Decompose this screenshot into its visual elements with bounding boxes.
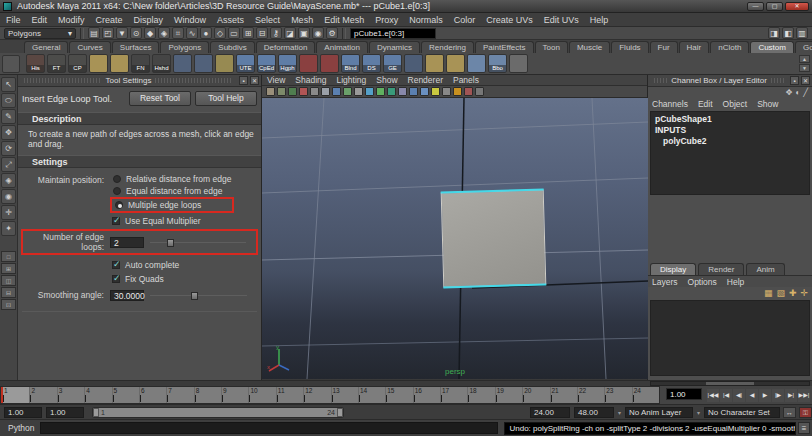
frame-tick[interactable]: 15 (385, 387, 412, 403)
last-tool-icon[interactable]: ✦ (1, 221, 16, 236)
channel-list[interactable]: pCubeShape1INPUTSpolyCube2 (650, 111, 810, 195)
panel-close-icon[interactable]: ✕ (801, 76, 810, 85)
cped-shelf-icon[interactable]: CpEd (257, 54, 276, 73)
maintain-position-radio[interactable]: Multiple edge loops (110, 197, 234, 213)
frame-tick[interactable]: 12 (303, 387, 330, 403)
red-brush-shelf-icon[interactable] (299, 54, 318, 73)
viewport-menu-item[interactable]: View (267, 75, 285, 85)
panel-minimize-icon[interactable]: ▪ (239, 76, 248, 85)
save-scene-icon[interactable]: ▼ (116, 27, 128, 39)
animation-end-field[interactable]: 48.00 (574, 407, 614, 418)
bbo-shelf-icon[interactable]: Bbo (488, 54, 507, 73)
fix-quads-checkbox[interactable] (112, 275, 120, 283)
frame-tick[interactable]: 6 (139, 387, 166, 403)
chevron-down-icon[interactable]: ▾ (618, 409, 621, 416)
close-button[interactable]: ✕ (785, 2, 809, 11)
ft-shelf-icon[interactable]: FT (47, 54, 66, 73)
channel-box-menu-item[interactable]: Channels (652, 99, 688, 109)
viewport-menu-item[interactable]: Lighting (336, 75, 366, 85)
description-section-header[interactable]: Description (18, 112, 261, 125)
soft-modification-tool-icon[interactable]: ◉ (1, 189, 16, 204)
frame-tick[interactable]: 17 (440, 387, 467, 403)
status-line-divider[interactable] (342, 28, 346, 39)
command-language-toggle[interactable]: Python (8, 423, 34, 433)
lasso-select-tool-icon[interactable]: ⬭ (1, 93, 16, 108)
shelf-tab[interactable]: Polygons (160, 41, 209, 53)
grid-toggle-icon[interactable] (321, 87, 330, 96)
menu-item[interactable]: Modify (58, 15, 85, 25)
menu-item[interactable]: Edit Mesh (324, 15, 364, 25)
frame-tick[interactable]: 24 (632, 387, 659, 403)
character-set-selector[interactable]: No Character Set (704, 407, 780, 418)
channel-box-menu-item[interactable]: Object (723, 99, 748, 109)
layer-editor-tab[interactable]: Render (698, 263, 744, 275)
highlight-selection-icon[interactable]: ◪ (284, 27, 296, 39)
red-brush2-shelf-icon[interactable] (320, 54, 339, 73)
ipr-render-icon[interactable]: ◉ (312, 27, 324, 39)
radio-button-icon[interactable] (115, 201, 123, 209)
tool-help-button[interactable]: Tool Help (195, 91, 257, 106)
default-material-icon[interactable] (453, 87, 462, 96)
his-shelf-icon[interactable]: His (26, 54, 45, 73)
two-d-pan-icon[interactable] (299, 87, 308, 96)
gate-mask-icon[interactable] (354, 87, 363, 96)
curve2-shelf-icon[interactable] (194, 54, 213, 73)
shelf-tab[interactable]: PaintEffects (475, 41, 534, 53)
shelf-tab[interactable]: Surfaces (112, 41, 160, 53)
scroll-shelf-icon[interactable] (467, 54, 486, 73)
maintain-position-radio[interactable]: Equal distance from edge (110, 185, 234, 197)
chevron-down-icon[interactable]: ▾ (697, 409, 700, 416)
menu-item[interactable]: File (6, 15, 21, 25)
maintain-position-radio[interactable]: Relative distance from edge (110, 173, 234, 185)
shelf-tab[interactable]: Deformation (256, 41, 316, 53)
panel-drag-handle[interactable] (654, 78, 667, 83)
use-all-lights-icon[interactable] (431, 87, 440, 96)
cube-mesh[interactable] (441, 190, 547, 288)
current-time-field[interactable]: 1.00 (666, 388, 702, 400)
gold-road-shelf-icon[interactable] (89, 54, 108, 73)
menu-item[interactable]: Edit UVs (544, 15, 579, 25)
menu-item[interactable]: Proxy (375, 15, 398, 25)
camera-icon[interactable] (266, 87, 275, 96)
fn-shelf-icon[interactable]: FN (131, 54, 150, 73)
safe-action-icon[interactable] (376, 87, 385, 96)
layer-editor-tab[interactable]: Anim (746, 263, 784, 275)
panel-close-icon[interactable]: ✕ (250, 76, 259, 85)
menu-item[interactable]: Create (96, 15, 123, 25)
polyCube2[interactable]: polyCube2 (655, 136, 809, 147)
shelf-tab[interactable]: Curves (69, 41, 110, 53)
gold-road2-shelf-icon[interactable] (110, 54, 129, 73)
shelf-tab[interactable]: Go2Brush (795, 41, 812, 53)
playback-end-field[interactable]: 24.00 (530, 407, 570, 418)
new-empty-layer-icon[interactable]: ✚ (789, 288, 797, 299)
select-object-icon[interactable]: ◆ (144, 27, 156, 39)
lattice-shelf-icon[interactable] (215, 54, 234, 73)
wireframe-icon[interactable] (398, 87, 407, 96)
go-to-end-button[interactable]: ▶▶| (798, 389, 810, 402)
hyperbolic-icon[interactable]: ╱ (803, 88, 808, 98)
menu-set-selector[interactable]: Polygons ▾ (4, 28, 76, 39)
viewport-menu-item[interactable]: Show (376, 75, 397, 85)
persp-graph-layout-button[interactable]: ⊟ (1, 287, 16, 298)
move-tool-icon[interactable]: ✥ (1, 125, 16, 140)
menu-item[interactable]: Display (134, 15, 164, 25)
channel-box-menu-item[interactable]: Show (757, 99, 778, 109)
settings-section-header[interactable]: Settings (18, 155, 261, 168)
frame-tick[interactable]: 3 (57, 387, 84, 403)
use-equal-multiplier-checkbox[interactable] (112, 217, 120, 225)
make-live-icon[interactable]: ▭ (228, 27, 240, 39)
safe-title-icon[interactable] (387, 87, 396, 96)
frame-tick[interactable]: 16 (413, 387, 440, 403)
layer-editor-tab[interactable]: Display (650, 263, 696, 275)
frame-tick[interactable]: 11 (276, 387, 303, 403)
shelf-tab[interactable]: Hair (679, 41, 710, 53)
viewport-menu-item[interactable]: Panels (453, 75, 479, 85)
range-slider-bar[interactable]: 1 24 (92, 407, 344, 418)
frame-tick[interactable]: 21 (550, 387, 577, 403)
new-scene-icon[interactable]: ▤ (88, 27, 100, 39)
show-tool-settings-icon[interactable]: ◧ (782, 27, 794, 39)
hand-shelf-icon[interactable] (509, 54, 528, 73)
radio-button-icon[interactable] (113, 175, 121, 183)
step-back-key-button[interactable]: ◀| (733, 389, 745, 402)
image-plane-icon[interactable] (288, 87, 297, 96)
